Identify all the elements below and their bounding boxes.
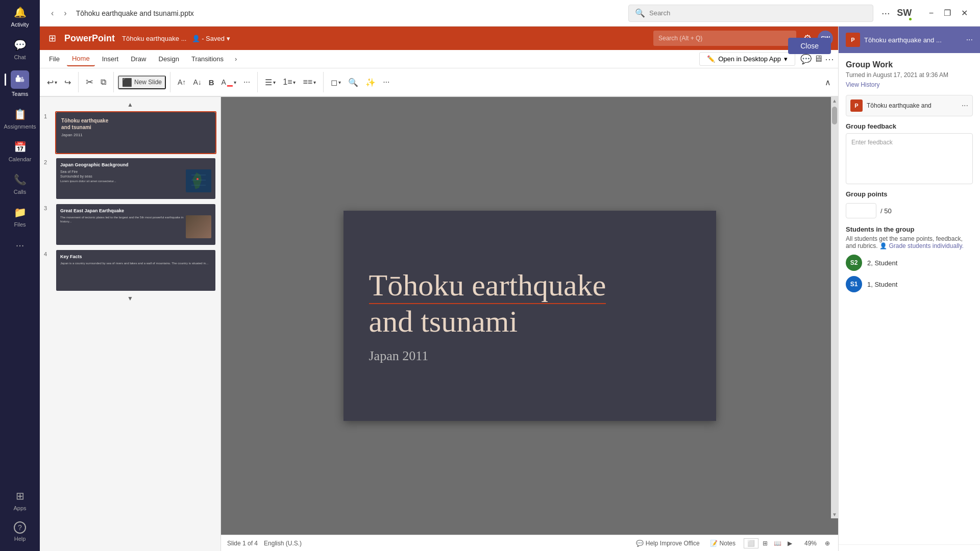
slide1-title: Tōhoku earthquake and tsunami [61,117,210,131]
back-button[interactable]: ‹ [48,7,57,20]
slide-sorter-button[interactable]: ⊞ [761,538,770,548]
ribbon-collapse-button[interactable]: ∧ [822,76,834,89]
points-row: / 50 [846,203,973,218]
reading-view-button[interactable]: 📖 [772,538,783,548]
calls-icon: 📞 [13,172,27,187]
menu-design[interactable]: Design [154,52,184,66]
sidebar-item-activity[interactable]: 🔔 Activity [0,0,40,33]
shapes-button[interactable]: ◻▾ [328,76,344,89]
slide2-body: Sea of FireSurrounded by seasLorem ipsum… [60,169,184,192]
bullet-list-button[interactable]: ☰▾ [262,76,279,89]
panel-file-name: Tōhoku earthquake and ... [864,36,962,44]
minimize-button[interactable]: − [925,6,938,20]
close-overlay: Close [788,38,831,54]
bold-button[interactable]: B [206,76,217,89]
scroll-down-button[interactable]: ▼ [44,295,216,302]
cut-button[interactable]: ✂ [83,74,96,90]
points-input[interactable] [846,203,876,218]
feedback-placeholder: Enter feedback [851,139,893,146]
points-section-label: Group points [846,190,973,198]
search-bar[interactable]: 🔍 [628,5,873,22]
more-text-button[interactable]: ··· [240,76,253,89]
slide-image-1[interactable]: Tōhoku earthquake and tsunami Japan 2011 [55,111,216,154]
sidebar-item-teams[interactable]: Teams [0,65,40,102]
sidebar-item-help[interactable]: ? Help [0,516,40,547]
slideshow-button[interactable]: ▶ [786,538,794,548]
new-slide-button[interactable]: ⬛ New Slide [118,76,166,89]
sidebar-item-apps[interactable]: ⊞ Apps [0,484,40,516]
title-bar-actions: ··· SW [879,5,913,21]
slide-thumb-1[interactable]: 1 Tōhoku earthquake and tsunami Japan 20… [44,111,216,154]
ppt-header: ⊞ PowerPoint Tōhoku earthquake ... 👤 - S… [40,27,838,50]
undo-button[interactable]: ↩▾ [44,76,60,89]
menu-more-dots-button[interactable]: ⋯ [825,54,834,65]
zoom-fit-button[interactable]: ⊕ [823,539,832,548]
menu-file[interactable]: File [44,52,65,66]
menu-draw[interactable]: Draw [126,52,151,66]
menu-transitions[interactable]: Transitions [186,52,229,66]
menu-insert[interactable]: Insert [97,52,124,66]
open-desktop-button[interactable]: ✏️ Open in Desktop App ▾ [699,52,795,66]
close-button[interactable]: Close [788,38,831,54]
teams-sidebar: 🔔 Activity 💬 Chat Teams 📋 Assignments � [0,0,40,551]
file-more-button[interactable]: ··· [962,101,968,110]
slide-thumb-3[interactable]: 3 Great East Japan Earthquake The moveme… [44,203,216,246]
slide-content-3: Great East Japan Earthquake The movement… [56,204,215,245]
grade-individually-link[interactable]: Grade students individually. [889,242,964,249]
font-decrease-button[interactable]: A↓ [190,76,204,88]
font-increase-button[interactable]: A↑ [175,76,189,88]
main-title-line2: and tsunami [369,305,518,338]
ribbon-clipboard-group: ✂ ⧉ [83,74,109,90]
panel-more-button[interactable]: ··· [966,35,973,44]
feedback-input-box[interactable]: Enter feedback [846,133,973,184]
help-improve-button[interactable]: 💬 Help Improve Office [634,539,702,548]
ppt-saved-status: 👤 - Saved ▾ [192,35,230,42]
menu-home[interactable]: Home [67,52,95,66]
ribbon-undo-group: ↩▾ ↪ [44,76,74,89]
chat-icon: 💬 [13,38,27,52]
slide-thumb-2[interactable]: 2 Japan Geographic Background Sea of Fir… [44,157,216,200]
slide-thumb-4[interactable]: 4 Key Facts Japan is a country surrounde… [44,249,216,292]
scroll-up-button[interactable]: ▲ [44,101,216,108]
sidebar-item-files[interactable]: 📁 Files [0,200,40,233]
menu-more-button[interactable]: › [231,53,241,65]
forward-button[interactable]: › [61,7,69,20]
window-close-button[interactable]: ✕ [957,6,972,20]
more-options-button[interactable]: ··· [879,5,892,21]
slide-image-2[interactable]: Japan Geographic Background Sea of FireS… [55,157,216,200]
notes-icon: 📝 [710,540,718,547]
present-button[interactable]: 🖥 [814,54,823,64]
copy-button[interactable]: ⧉ [97,76,109,89]
sidebar-label-chat: Chat [14,54,26,60]
main-slide-area[interactable]: Tōhoku earthquake and tsunami Japan 2011… [221,97,838,535]
ribbon-more-button[interactable]: ··· [380,76,393,89]
find-button[interactable]: 🔍 [345,76,361,89]
maximize-button[interactable]: ❐ [940,6,955,20]
view-history-link[interactable]: View History [846,81,879,88]
sidebar-item-calendar[interactable]: 📅 Calendar [0,135,40,167]
apps-grid-icon[interactable]: ⊞ [45,31,59,45]
user-avatar-button[interactable]: SW [896,5,913,21]
vertical-scrollbar[interactable]: ▲ ▼ [831,97,838,518]
redo-button[interactable]: ↪ [61,76,74,89]
search-input[interactable] [649,9,867,17]
ppt-search-input[interactable] [653,31,796,46]
sidebar-item-calls[interactable]: 📞 Calls [0,167,40,200]
group-work-title: Group Work [846,60,973,69]
align-button[interactable]: ≡≡▾ [300,76,319,89]
comment-button[interactable]: 💬 [800,54,812,65]
main-title-line1: Tōhoku earthquake [369,268,606,304]
font-color-button[interactable]: A▁▾ [218,76,239,88]
magic-button[interactable]: ✨ [362,76,379,89]
points-max: / 50 [880,207,892,215]
sidebar-item-more[interactable]: ··· [0,233,40,257]
sidebar-item-assignments[interactable]: 📋 Assignments [0,102,40,135]
number-list-button[interactable]: 1≡▾ [280,76,299,89]
normal-view-button[interactable]: ⬜ [744,538,758,548]
slide-image-3[interactable]: Great East Japan Earthquake The movement… [55,203,216,246]
sidebar-item-chat[interactable]: 💬 Chat [0,33,40,65]
slide-image-4[interactable]: Key Facts Japan is a country surrounded … [55,249,216,292]
slide-num-3: 3 [44,203,52,211]
right-panel-header: P Tōhoku earthquake and ... ··· [839,27,980,53]
notes-button[interactable]: 📝 Notes [708,539,738,548]
